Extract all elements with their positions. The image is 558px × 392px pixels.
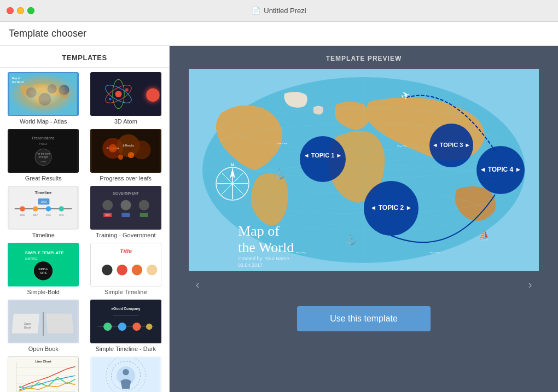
template-item-world-map[interactable]: Map of the World World Map - Atlas bbox=[4, 72, 83, 125]
svg-rect-67 bbox=[46, 314, 74, 334]
svg-text:Presentations: Presentations bbox=[32, 136, 55, 140]
svg-rect-51 bbox=[121, 213, 130, 218]
svg-text:Open: Open bbox=[24, 322, 32, 325]
svg-point-34 bbox=[20, 206, 26, 212]
svg-text:〜〜: 〜〜 bbox=[295, 250, 306, 256]
maximize-button[interactable] bbox=[27, 7, 34, 14]
template-grid: Map of the World World Map - Atlas bbox=[0, 68, 169, 392]
svg-text:For the love: For the love bbox=[37, 153, 50, 155]
template-label-open-book: Open Book bbox=[28, 346, 59, 352]
svg-text:⛵: ⛵ bbox=[479, 230, 490, 241]
template-item-simple-timeline[interactable]: Title Simple Timeline bbox=[87, 243, 165, 295]
svg-text:Map of: Map of bbox=[238, 223, 280, 239]
templates-header: TEMPLATES bbox=[0, 46, 169, 68]
template-thumb-progress: Progress & Results bbox=[90, 129, 161, 173]
svg-point-76 bbox=[132, 323, 141, 331]
app-header: Template chooser bbox=[0, 22, 558, 46]
preview-nav: ‹ › bbox=[189, 271, 539, 297]
document-icon: 📄 bbox=[252, 7, 260, 15]
template-item-future[interactable]: Future bbox=[87, 356, 165, 392]
main-layout: TEMPLATES bbox=[0, 46, 558, 392]
template-item-timeline[interactable]: Timeline 2020 2016 2017 2018 2019 bbox=[4, 186, 83, 238]
svg-text:GOVERNMENT: GOVERNMENT bbox=[113, 191, 139, 195]
svg-point-90 bbox=[123, 369, 129, 375]
svg-point-25 bbox=[132, 141, 150, 159]
template-label-timeline: Timeline bbox=[32, 232, 55, 238]
svg-text:◄ TOPIC 2 ►: ◄ TOPIC 2 ► bbox=[370, 204, 412, 212]
svg-rect-0 bbox=[10, 73, 78, 115]
svg-point-63 bbox=[131, 265, 142, 276]
svg-text:2019: 2019 bbox=[59, 214, 63, 217]
template-thumb-3d-atom bbox=[90, 72, 161, 116]
svg-text:N: N bbox=[231, 162, 234, 167]
traffic-lights bbox=[7, 7, 34, 14]
svg-text:TOPIC: TOPIC bbox=[39, 272, 48, 274]
template-item-simple-timeline-dark[interactable]: eGood Company ────────────── Simple Time… bbox=[87, 300, 165, 352]
prev-arrow[interactable]: ‹ bbox=[189, 276, 206, 293]
svg-text:⚓: ⚓ bbox=[345, 233, 357, 245]
svg-point-77 bbox=[146, 324, 152, 330]
use-template-button[interactable]: Use this template bbox=[297, 306, 431, 331]
template-thumb-simple-timeline-dark: eGood Company ────────────── bbox=[90, 300, 161, 343]
template-label-simple-timeline-dark: Simple Timeline - Dark bbox=[95, 346, 156, 352]
svg-text:Great: Great bbox=[41, 161, 47, 163]
svg-point-14 bbox=[109, 98, 112, 101]
map-preview-svg: N Map of the World Created by: Your Name… bbox=[189, 69, 539, 271]
svg-point-2 bbox=[26, 87, 37, 98]
template-thumb-great-results: Presentations PopCo For the love of brig… bbox=[8, 129, 79, 173]
svg-point-122 bbox=[300, 136, 346, 182]
svg-text:03.04.2017: 03.04.2017 bbox=[238, 262, 263, 268]
template-label-3d-atom: 3D Atom bbox=[114, 118, 137, 125]
svg-text:2016: 2016 bbox=[20, 214, 25, 217]
svg-point-5 bbox=[59, 85, 69, 95]
template-item-3d-atom[interactable]: 3D Atom bbox=[87, 72, 165, 125]
template-thumb-open-book: Open Book bbox=[8, 300, 79, 343]
template-thumb-world-map: Map of the World bbox=[8, 72, 79, 116]
svg-point-62 bbox=[117, 265, 127, 276]
minimize-button[interactable] bbox=[17, 7, 24, 14]
svg-text:of bright: of bright bbox=[39, 156, 49, 159]
svg-text:Title: Title bbox=[120, 248, 132, 254]
template-item-training-gov[interactable]: GOV GOVERNMENT Training - Government bbox=[87, 186, 165, 238]
svg-point-47 bbox=[139, 200, 149, 210]
svg-text:Map of: Map of bbox=[12, 77, 21, 80]
svg-text:Book: Book bbox=[24, 326, 31, 329]
template-thumb-simple-timeline: Title bbox=[90, 243, 161, 286]
window-title-text: Untitled Prezi bbox=[264, 7, 306, 15]
template-label-great-results: Great Results bbox=[25, 175, 62, 182]
svg-point-29 bbox=[128, 152, 134, 158]
svg-point-9 bbox=[115, 91, 121, 97]
svg-point-30 bbox=[118, 155, 124, 160]
svg-point-35 bbox=[33, 206, 38, 212]
template-item-simple-bold[interactable]: SIMPLE TEMPLATE SUBTITLE SIMPLE TOPIC Si… bbox=[4, 243, 83, 295]
svg-text:GOV: GOV bbox=[105, 214, 110, 217]
svg-text:Line Chart: Line Chart bbox=[36, 360, 51, 363]
svg-point-56 bbox=[34, 261, 53, 280]
template-item-progress[interactable]: Progress & Results Progress over leafs bbox=[87, 129, 165, 182]
svg-text:& Results: & Results bbox=[123, 144, 134, 147]
template-item-open-book[interactable]: Open Book Open Book bbox=[4, 300, 83, 352]
svg-text:2017: 2017 bbox=[33, 214, 38, 217]
close-button[interactable] bbox=[7, 7, 14, 14]
svg-text:──────────────: ────────────── bbox=[112, 314, 139, 317]
svg-text:◄ TOPIC 1 ►: ◄ TOPIC 1 ► bbox=[304, 152, 342, 159]
preview-header: TEMPLATE PREVIEW bbox=[170, 46, 558, 69]
svg-text:PopCo: PopCo bbox=[39, 143, 48, 145]
svg-text:〜〜: 〜〜 bbox=[429, 250, 440, 256]
template-item-line-chart[interactable]: Line Chart Line Chart bbox=[4, 356, 83, 392]
svg-point-75 bbox=[118, 323, 126, 331]
template-thumb-line-chart: Line Chart bbox=[8, 356, 79, 392]
template-label-world-map: World Map - Atlas bbox=[20, 118, 67, 125]
template-label-progress: Progress over leafs bbox=[100, 175, 152, 182]
template-thumb-training: GOV GOVERNMENT bbox=[90, 186, 161, 230]
svg-point-46 bbox=[120, 200, 131, 210]
sidebar: TEMPLATES bbox=[0, 46, 170, 392]
svg-point-64 bbox=[147, 265, 158, 276]
svg-point-13 bbox=[125, 88, 128, 91]
svg-text:eGood Company: eGood Company bbox=[111, 307, 140, 311]
next-arrow[interactable]: › bbox=[521, 276, 539, 293]
svg-point-28 bbox=[108, 144, 117, 153]
template-item-great-results[interactable]: Presentations PopCo For the love of brig… bbox=[4, 129, 83, 182]
svg-point-45 bbox=[102, 200, 113, 210]
svg-text:the World: the World bbox=[238, 239, 294, 255]
